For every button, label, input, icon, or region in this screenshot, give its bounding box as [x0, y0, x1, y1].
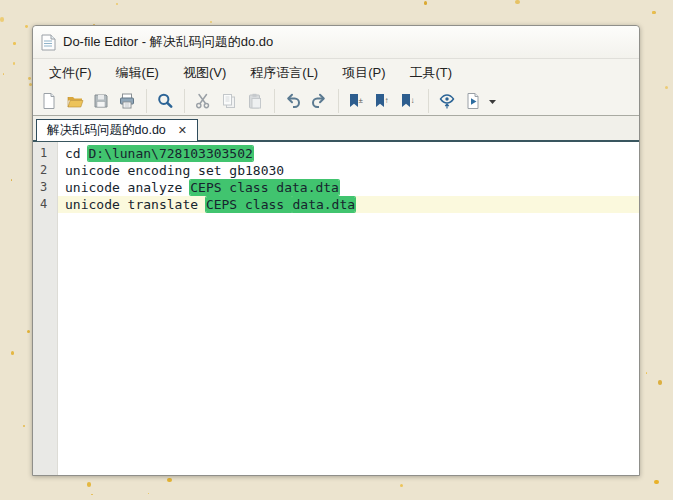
bookmark-next-icon[interactable]: ↓ — [397, 89, 422, 113]
line-number-gutter: 1234 — [33, 142, 58, 475]
speckle-dot — [167, 478, 172, 483]
paste-icon[interactable] — [243, 89, 268, 113]
code-line: cd D:\lunan\728103303502 — [58, 145, 639, 162]
speckle-dot — [654, 480, 659, 485]
code-segment: unicode translate — [65, 197, 206, 212]
speckle-dot — [3, 73, 5, 75]
speckle-dot — [0, 17, 4, 21]
find-icon[interactable] — [153, 89, 178, 113]
copy-icon[interactable] — [217, 89, 242, 113]
run-quietly-icon[interactable] — [435, 89, 460, 113]
do-file-editor-window: Do-file Editor - 解决乱码问题的do.do 文件(F)编辑(E)… — [32, 25, 640, 476]
line-number: 3 — [33, 179, 57, 196]
speckle-dot — [91, 494, 93, 496]
speckle-dot — [210, 21, 212, 23]
speckle-dot — [400, 484, 403, 487]
toolbar-separator — [268, 89, 275, 113]
speckle-dot — [515, 0, 519, 4]
speckle-dot — [13, 42, 16, 45]
speckle-dot — [11, 179, 13, 181]
do-file-document-icon — [41, 34, 56, 51]
bookmark-previous-icon[interactable]: ↑ — [371, 89, 396, 113]
code-segment: unicode analyze — [65, 180, 190, 195]
tab-close-icon[interactable]: ✕ — [176, 124, 189, 137]
toolbar-separator — [178, 89, 185, 113]
toolbar-separator — [422, 89, 429, 113]
menu-item-edit[interactable]: 编辑(E) — [104, 60, 171, 86]
menu-item-file[interactable]: 文件(F) — [37, 60, 104, 86]
window-title: Do-file Editor - 解决乱码问题的do.do — [63, 33, 273, 51]
line-number: 4 — [33, 196, 57, 213]
speckle-dot — [665, 86, 668, 89]
cut-icon[interactable] — [191, 89, 216, 113]
line-number: 1 — [33, 145, 57, 162]
toolbar-separator — [332, 89, 339, 113]
speckle-dot — [28, 77, 31, 80]
speckle-dot — [424, 1, 428, 5]
tab-label: 解决乱码问题的do.do — [47, 122, 166, 139]
tab-bar: 解决乱码问题的do.do ✕ — [33, 116, 639, 142]
window-title-bar[interactable]: Do-file Editor - 解决乱码问题的do.do — [33, 26, 639, 59]
redo-icon[interactable] — [307, 89, 332, 113]
execute-do-icon[interactable] — [461, 89, 486, 113]
speckle-dot — [148, 493, 150, 495]
code-segment: unicode encoding set gb18030 — [65, 163, 284, 178]
speckle-dot — [652, 11, 655, 14]
speckle-dot — [23, 425, 25, 427]
code-area[interactable]: cd D:\lunan\728103303502unicode encoding… — [58, 142, 639, 475]
menu-bar: 文件(F)编辑(E)视图(V)程序语言(L)项目(P)工具(T) — [33, 59, 639, 87]
open-file-icon[interactable] — [63, 89, 88, 113]
code-line: unicode translate CEPS class data.dta — [58, 196, 639, 213]
code-line: unicode analyze CEPS class data.dta — [58, 179, 639, 196]
menu-item-view[interactable]: 视图(V) — [171, 60, 238, 86]
speckle-dot — [87, 482, 91, 486]
speckle-dot — [25, 25, 28, 28]
tab-do-file[interactable]: 解决乱码问题的do.do ✕ — [36, 119, 198, 141]
menu-item-language[interactable]: 程序语言(L) — [238, 60, 330, 86]
menu-item-tools[interactable]: 工具(T) — [398, 60, 465, 86]
bookmark-toggle-icon[interactable]: ± — [345, 89, 370, 113]
svg-text:↓: ↓ — [411, 96, 415, 105]
highlighted-code-segment: data.dta — [292, 197, 355, 212]
new-file-icon[interactable] — [37, 89, 62, 113]
speckle-dot — [13, 62, 16, 65]
highlighted-code-segment: CEPS class — [206, 197, 292, 212]
speckle-dot — [116, 3, 119, 6]
print-icon[interactable] — [115, 89, 140, 113]
save-icon[interactable] — [89, 89, 114, 113]
highlighted-code-segment: D:\lunan\728103303502 — [88, 146, 252, 161]
undo-icon[interactable] — [281, 89, 306, 113]
svg-text:↑: ↑ — [385, 96, 389, 105]
line-number: 2 — [33, 162, 57, 179]
code-line: unicode encoding set gb18030 — [58, 162, 639, 179]
svg-text:±: ± — [359, 96, 364, 105]
highlighted-code-segment: CEPS class data.dta — [190, 180, 339, 195]
toolbar: ±↑↓ — [33, 87, 639, 116]
speckle-dot — [658, 380, 663, 385]
code-segment: cd — [65, 146, 88, 161]
speckle-dot — [646, 372, 648, 374]
menu-item-project[interactable]: 项目(P) — [330, 60, 397, 86]
editor-pane: 1234 cd D:\lunan\728103303502unicode enc… — [33, 142, 639, 475]
toolbar-separator — [140, 89, 147, 113]
speckle-dot — [27, 330, 30, 333]
speckle-dot — [11, 351, 14, 354]
execute-menu-caret-icon[interactable] — [487, 89, 499, 113]
